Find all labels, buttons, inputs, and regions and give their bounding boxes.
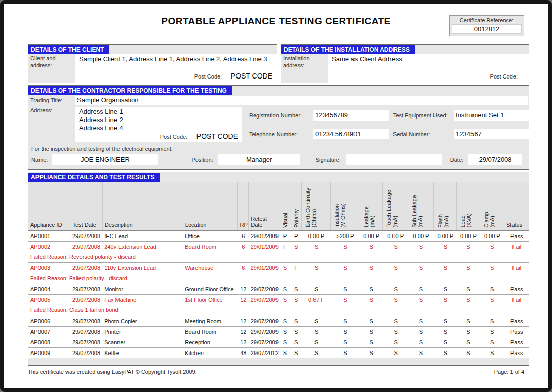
table-cell: Pass	[504, 347, 529, 358]
certificate-reference-label: Certificate Reference:	[452, 17, 522, 23]
installation-address-value: Same as Client Address	[332, 55, 525, 63]
client-address-field[interactable]: Sample Client 1, Address Line 1, Address…	[75, 54, 277, 83]
failed-reason-text: Failed Reason: Reversed polarity - disca…	[28, 252, 529, 262]
table-cell: S	[433, 294, 456, 305]
table-cell: S	[331, 262, 360, 273]
table-cell: Fail	[504, 294, 529, 305]
table-cell: S	[382, 241, 408, 252]
table-cell: Monitor	[102, 284, 183, 294]
table-cell: 29/07/2008	[70, 326, 102, 337]
table-cell: Office	[183, 230, 238, 241]
table-cell: S	[382, 262, 408, 273]
table-cell: Pass	[504, 230, 529, 241]
table-cell: S	[279, 284, 290, 294]
table-cell: S	[480, 284, 504, 294]
table-cell: S	[331, 347, 360, 358]
table-cell: Board Room	[183, 241, 238, 252]
table-cell: S	[331, 284, 360, 294]
certificate-page: PORTABLE APPLIANCE TESTING CERTIFICATE C…	[0, 0, 552, 392]
table-cell: >200 P	[331, 230, 360, 241]
table-cell: S	[301, 241, 330, 252]
column-header: Clamp(mA)	[480, 182, 504, 230]
table-cell: S	[433, 284, 456, 294]
table-cell: S	[360, 337, 382, 347]
contractor-section-title: DETAILS OF THE CONTRACTOR RESPONSIBLE FO…	[28, 86, 232, 95]
results-section-bar: APPLIANCE DETAILS AND TEST RESULTS	[28, 172, 529, 181]
table-cell: S	[408, 241, 433, 252]
table-cell: S	[382, 347, 408, 358]
table-cell: S	[290, 241, 302, 252]
table-cell: 6	[238, 262, 249, 273]
installation-address-field[interactable]: Same as Client Address Post Code:	[328, 54, 529, 83]
table-cell: 0.00 P	[433, 230, 456, 241]
table-cell: S	[457, 347, 480, 358]
column-header: Sub Leakage(mA)	[408, 182, 433, 230]
client-section-bar: DETAILS OF THE CLIENT	[28, 45, 277, 54]
table-cell: Fail	[504, 262, 529, 273]
certificate-reference-value[interactable]: 0012812	[452, 24, 522, 34]
table-cell: Ground Floor Office	[183, 284, 238, 294]
table-row: AP000229/07/2008240v Extension LeadBoard…	[28, 241, 529, 252]
table-cell: S	[433, 241, 456, 252]
table-cell: 29/01/2009	[249, 262, 279, 273]
table-cell: 29/07/2009	[249, 326, 279, 337]
table-cell: S	[457, 337, 480, 347]
table-cell: 29/07/2008	[70, 230, 102, 241]
table-cell: AP0006	[28, 316, 70, 326]
table-cell: 29/07/2008	[70, 284, 102, 294]
table-cell: S	[360, 294, 382, 305]
table-cell: S	[480, 294, 504, 305]
page-footer: This certificate was created using EasyP…	[28, 369, 524, 375]
certificate-reference-box: Certificate Reference: 0012812	[449, 15, 524, 36]
date-field[interactable]: 29/07/2008	[468, 154, 522, 165]
telephone-number-label: Telephone Number:	[249, 131, 309, 137]
table-cell: 29/07/2008	[70, 241, 102, 252]
contractor-postcode-value: POST CODE	[196, 132, 238, 140]
contractor-address-field[interactable]: Address Line 1Address Line 2Address Line…	[75, 107, 242, 142]
registration-number-field[interactable]: 123456789	[313, 110, 389, 121]
client-postcode-label: Post Code:	[194, 73, 222, 80]
installation-postcode-label: Post Code:	[490, 73, 518, 80]
table-cell: S	[382, 294, 408, 305]
table-cell: P	[290, 230, 302, 241]
table-cell: Board Room	[183, 326, 238, 337]
table-cell: S	[301, 347, 330, 358]
trading-title-field[interactable]: Sample Organisation	[75, 96, 528, 105]
client-address-value: Sample Client 1, Address Line 1, Address…	[79, 55, 272, 63]
column-header: Visual	[279, 182, 290, 230]
serial-number-field[interactable]: 1234567	[454, 129, 541, 139]
table-cell: S	[360, 316, 382, 326]
column-header: Location	[183, 182, 238, 230]
table-cell: 29/01/2009	[249, 241, 279, 252]
table-cell: S	[360, 262, 382, 273]
telephone-number-field[interactable]: 01234 5678901	[313, 129, 389, 139]
name-label: Name:	[31, 156, 48, 163]
table-cell: S	[301, 326, 330, 337]
failed-reason-row: Failed Reason: Failed polarity - discard	[28, 273, 529, 284]
table-cell: 0.00 P	[360, 230, 382, 241]
table-cell: Printer	[102, 326, 183, 337]
signature-field[interactable]	[346, 154, 442, 165]
name-field[interactable]: JOE ENGINEER	[52, 154, 158, 165]
column-header: Description	[102, 182, 183, 230]
test-equipment-label: Test Equipment Used:	[393, 112, 450, 119]
table-cell: 240v Extension Lead	[102, 241, 183, 252]
table-row: AP000129/07/2008IEC LeadOffice629/01/200…	[28, 230, 529, 241]
table-cell: S	[408, 262, 433, 273]
table-cell: S	[290, 337, 302, 347]
table-cell: S	[457, 294, 480, 305]
table-cell: S	[457, 241, 480, 252]
table-cell: 12	[238, 284, 249, 294]
table-row: AP000329/07/2008110v Extension LeadWareh…	[28, 262, 529, 273]
contractor-section: DETAILS OF THE CONTRACTOR RESPONSIBLE FO…	[28, 85, 529, 170]
table-cell: 29/07/2009	[249, 294, 279, 305]
trading-title-label: Trading Title:	[28, 96, 75, 105]
table-cell: S	[301, 262, 330, 273]
table-cell: S	[408, 326, 433, 337]
test-equipment-field[interactable]: Instrument Set 1	[454, 110, 541, 121]
table-cell: S	[279, 316, 290, 326]
position-field[interactable]: Manager	[218, 154, 300, 165]
table-cell: Pass	[504, 326, 529, 337]
table-cell: S	[360, 284, 382, 294]
column-header: Load(KVA)	[457, 182, 480, 230]
